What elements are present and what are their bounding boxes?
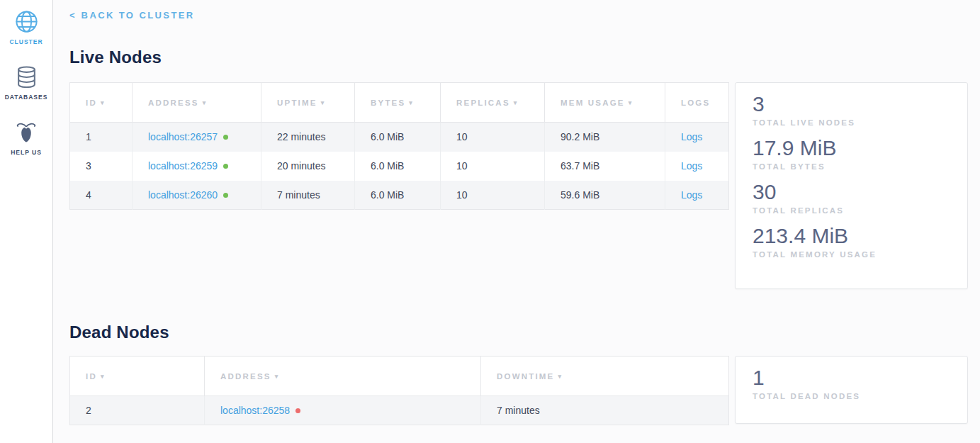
- stat-value: 3: [753, 92, 950, 116]
- sidebar-item-databases[interactable]: DATABASES: [0, 64, 52, 101]
- column-header-id[interactable]: ID▾: [70, 83, 133, 123]
- column-header-address[interactable]: ADDRESS▾: [205, 357, 481, 396]
- sort-arrow-icon: ▾: [629, 99, 633, 106]
- node-bytes-cell: 6.0 MiB: [355, 123, 441, 152]
- column-header-id[interactable]: ID▾: [70, 357, 205, 396]
- dead-nodes-table: ID▾ ADDRESS▾ DOWNTIME▾ 2 localhost:26258…: [69, 356, 729, 425]
- sort-arrow-icon: ▾: [275, 373, 280, 380]
- table-row: 2 localhost:26258 7 minutes: [70, 396, 729, 425]
- node-mem-usage-cell: 59.6 MiB: [545, 181, 665, 210]
- node-address-link[interactable]: localhost:26258: [220, 405, 290, 416]
- sort-arrow-icon: ▾: [321, 99, 326, 106]
- sort-arrow-icon: ▾: [101, 373, 106, 380]
- stat-total-dead-nodes: 1 TOTAL DEAD NODES: [753, 366, 950, 400]
- node-address-cell: localhost:26259: [133, 152, 261, 181]
- node-id-cell: 1: [70, 123, 133, 152]
- live-status-dot-icon: [223, 193, 228, 198]
- stat-total-live-nodes: 3 TOTAL LIVE NODES: [753, 92, 950, 127]
- node-id-cell: 2: [70, 396, 205, 425]
- node-logs-cell: Logs: [665, 181, 729, 210]
- back-to-cluster-link[interactable]: < BACK TO CLUSTER: [69, 10, 195, 21]
- logs-link[interactable]: Logs: [681, 160, 702, 172]
- node-address-link[interactable]: localhost:26257: [148, 131, 218, 142]
- sidebar-item-label: HELP US: [11, 149, 42, 156]
- database-icon: [16, 64, 37, 89]
- node-id-cell: 4: [70, 181, 133, 210]
- node-replicas-cell: 10: [441, 123, 545, 152]
- stat-total-bytes: 17.9 MiB TOTAL BYTES: [753, 136, 950, 171]
- node-address-cell: localhost:26260: [133, 181, 261, 210]
- table-row: 1 localhost:26257 22 minutes 6.0 MiB 10 …: [70, 123, 729, 152]
- node-uptime-cell: 7 minutes: [261, 181, 355, 210]
- dead-nodes-section: ID▾ ADDRESS▾ DOWNTIME▾ 2 localhost:26258…: [69, 356, 968, 425]
- node-uptime-cell: 22 minutes: [261, 123, 355, 152]
- column-header-logs: LOGS: [665, 83, 729, 123]
- column-header-address[interactable]: ADDRESS▾: [133, 83, 261, 123]
- stat-total-replicas: 30 TOTAL REPLICAS: [753, 180, 950, 215]
- sort-arrow-icon: ▾: [514, 99, 519, 106]
- node-address-cell: localhost:26257: [133, 123, 261, 152]
- live-nodes-section: ID▾ ADDRESS▾ UPTIME▾ BYTES▾ REPLICAS▾ ME…: [69, 82, 968, 289]
- node-mem-usage-cell: 63.7 MiB: [545, 152, 665, 181]
- node-bytes-cell: 6.0 MiB: [355, 181, 441, 210]
- column-header-bytes[interactable]: BYTES▾: [355, 83, 441, 123]
- stat-label: TOTAL LIVE NODES: [753, 118, 950, 127]
- back-to-cluster-label: BACK TO CLUSTER: [81, 10, 195, 21]
- sidebar-item-label: CLUSTER: [9, 38, 43, 45]
- column-header-replicas[interactable]: REPLICAS▾: [441, 83, 545, 123]
- node-address-cell: localhost:26258: [205, 396, 481, 425]
- sort-arrow-icon: ▾: [409, 99, 414, 106]
- globe-icon: [14, 9, 39, 34]
- node-bytes-cell: 6.0 MiB: [355, 152, 441, 181]
- dead-table-header-row: ID▾ ADDRESS▾ DOWNTIME▾: [70, 357, 729, 396]
- sort-arrow-icon: ▾: [558, 373, 563, 380]
- column-header-mem-usage[interactable]: MEM USAGE▾: [545, 83, 665, 123]
- table-row: 4 localhost:26260 7 minutes 6.0 MiB 10 5…: [70, 181, 729, 210]
- node-id-cell: 3: [70, 152, 133, 181]
- sidebar-item-label: DATABASES: [5, 94, 48, 101]
- node-replicas-cell: 10: [441, 181, 545, 210]
- sort-arrow-icon: ▾: [101, 99, 106, 106]
- node-downtime-cell: 7 minutes: [481, 396, 729, 425]
- live-table-header-row: ID▾ ADDRESS▾ UPTIME▾ BYTES▾ REPLICAS▾ ME…: [70, 83, 729, 123]
- stat-value: 213.4 MiB: [753, 224, 950, 248]
- sidebar-item-help-us[interactable]: HELP US: [0, 119, 52, 156]
- node-address-link[interactable]: localhost:26259: [148, 160, 218, 172]
- main-content: < BACK TO CLUSTER Live Nodes ID▾ ADDRESS…: [53, 0, 980, 425]
- node-replicas-cell: 10: [441, 152, 545, 181]
- live-status-dot-icon: [223, 135, 228, 140]
- live-status-dot-icon: [223, 164, 228, 169]
- sidebar: CLUSTER DATABASES HELP US: [0, 0, 53, 443]
- stat-label: TOTAL BYTES: [753, 162, 950, 171]
- stat-label: TOTAL MEMORY USAGE: [753, 250, 950, 259]
- cockroach-icon: [15, 119, 38, 145]
- dead-status-dot-icon: [295, 408, 300, 413]
- sort-arrow-icon: ▾: [203, 99, 208, 106]
- stat-value: 30: [753, 180, 950, 204]
- node-address-link[interactable]: localhost:26260: [148, 189, 218, 201]
- logs-link[interactable]: Logs: [681, 131, 702, 142]
- stat-label: TOTAL REPLICAS: [753, 206, 950, 215]
- live-nodes-summary-card: 3 TOTAL LIVE NODES 17.9 MiB TOTAL BYTES …: [735, 82, 968, 289]
- node-mem-usage-cell: 90.2 MiB: [545, 123, 665, 152]
- stat-value: 1: [753, 366, 950, 390]
- node-logs-cell: Logs: [665, 123, 729, 152]
- column-header-downtime[interactable]: DOWNTIME▾: [481, 357, 729, 396]
- logs-link[interactable]: Logs: [681, 189, 702, 201]
- column-header-uptime[interactable]: UPTIME▾: [261, 83, 355, 123]
- dead-nodes-summary-card: 1 TOTAL DEAD NODES: [735, 356, 968, 424]
- sidebar-item-cluster[interactable]: CLUSTER: [0, 9, 52, 45]
- node-logs-cell: Logs: [665, 152, 729, 181]
- table-row: 3 localhost:26259 20 minutes 6.0 MiB 10 …: [70, 152, 729, 181]
- stat-label: TOTAL DEAD NODES: [753, 392, 950, 400]
- node-uptime-cell: 20 minutes: [261, 152, 355, 181]
- stat-value: 17.9 MiB: [753, 136, 950, 160]
- live-nodes-title: Live Nodes: [69, 47, 968, 67]
- live-nodes-table: ID▾ ADDRESS▾ UPTIME▾ BYTES▾ REPLICAS▾ ME…: [69, 82, 729, 210]
- dead-nodes-title: Dead Nodes: [69, 323, 968, 342]
- chevron-left-icon: <: [69, 10, 75, 21]
- stat-total-memory-usage: 213.4 MiB TOTAL MEMORY USAGE: [753, 224, 950, 259]
